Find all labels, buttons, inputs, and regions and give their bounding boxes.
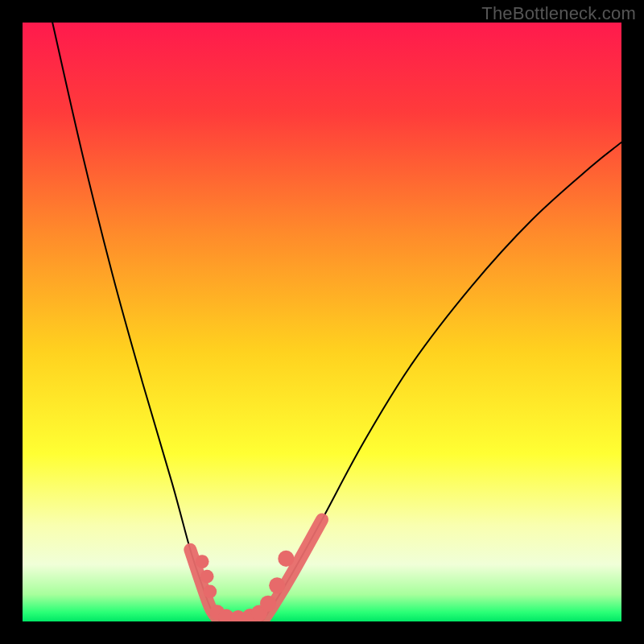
chart-svg (23, 23, 621, 621)
marker-dot (196, 555, 209, 568)
marker-dot (204, 584, 217, 598)
marker-dot (260, 596, 276, 612)
chart-frame: TheBottleneck.com (0, 0, 644, 644)
watermark-label: TheBottleneck.com (481, 3, 636, 24)
marker-dot (278, 551, 294, 567)
marker-dot (269, 577, 285, 593)
marker-dot (200, 570, 214, 584)
chart-plot-area (23, 23, 621, 621)
